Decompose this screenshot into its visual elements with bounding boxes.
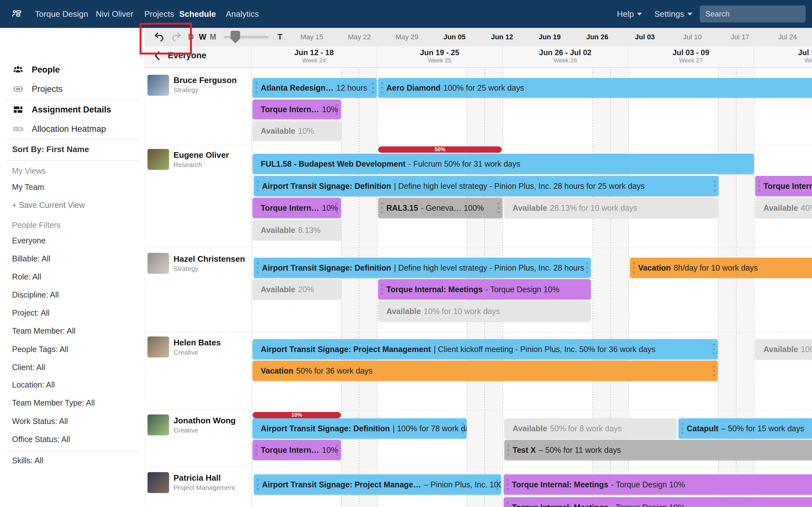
view-title: Everyone: [168, 51, 206, 60]
availability-bar[interactable]: Available50% for 8 work days: [504, 418, 676, 439]
task-bar[interactable]: Torque Internal: Meetings- Torque Design…: [504, 497, 812, 507]
today-button[interactable]: T: [277, 32, 282, 42]
nav-analytics[interactable]: Analytics: [226, 0, 259, 28]
nav-user[interactable]: Nivi Oliver: [96, 0, 133, 28]
drag-handle[interactable]: [255, 82, 258, 94]
task-bar[interactable]: Airport Transit Signage: Definition| Def…: [254, 176, 719, 196]
drag-handle[interactable]: [381, 284, 383, 295]
drag-handle[interactable]: [497, 203, 500, 214]
task-bar[interactable]: Aero Diamond100% for 25 work days: [378, 78, 812, 98]
drag-handle[interactable]: [633, 262, 635, 274]
drag-handle[interactable]: [381, 82, 383, 94]
nav-settings-menu[interactable]: Settings: [654, 0, 693, 28]
chevron-left-icon: [153, 51, 161, 60]
task-bar[interactable]: Torque Intern…10%: [252, 198, 341, 218]
filter-client[interactable]: Client: All: [12, 363, 45, 372]
zoom-month-button[interactable]: M: [210, 32, 216, 42]
my-team-link[interactable]: My Team: [12, 182, 44, 192]
task-bar[interactable]: Airport Transit Signage: Definition| Def…: [254, 258, 591, 278]
task-bar[interactable]: Torque Intern…10%: [755, 176, 812, 196]
drag-handle[interactable]: [507, 479, 509, 490]
availability-bar[interactable]: Available100%: [755, 339, 812, 359]
drag-handle[interactable]: [336, 203, 338, 214]
drag-handle[interactable]: [507, 502, 509, 507]
save-current-view-link[interactable]: + Save Current View: [12, 201, 85, 210]
week-header: Everyone Jun 12 - 18Week 24 Jun 19 - 25W…: [144, 46, 812, 68]
nav-brand[interactable]: Torque Design: [35, 0, 88, 28]
drag-handle[interactable]: [714, 181, 716, 192]
filter-role[interactable]: Role: All: [12, 272, 41, 281]
drag-handle[interactable]: [255, 445, 258, 456]
drag-handle[interactable]: [507, 445, 509, 456]
sidebar-item-projects[interactable]: Projects: [12, 83, 63, 95]
drag-handle[interactable]: [257, 262, 259, 274]
task-bar[interactable]: Torque Intern…10%: [252, 100, 341, 119]
availability-bar[interactable]: Available8.13%: [252, 220, 341, 240]
filter-discipline[interactable]: Discipline: All: [12, 290, 59, 299]
drag-handle[interactable]: [336, 445, 338, 456]
filter-office-status[interactable]: Office Status: All: [12, 435, 70, 444]
drag-handle[interactable]: [758, 181, 760, 192]
drag-handle[interactable]: [372, 82, 374, 94]
drag-handle[interactable]: [586, 262, 588, 274]
availability-bar[interactable]: Available28.13% for 10 work days: [504, 198, 718, 218]
availability-bar[interactable]: Available20%: [252, 279, 341, 299]
filter-team-member[interactable]: Team Member: All: [12, 326, 75, 336]
undo-button[interactable]: [153, 31, 166, 43]
redo-button[interactable]: [170, 31, 183, 43]
drag-handle[interactable]: [257, 181, 259, 192]
my-views-header: My Views: [12, 166, 46, 176]
availability-bar[interactable]: Available40%: [755, 198, 812, 218]
drag-handle[interactable]: [681, 423, 683, 434]
task-bar[interactable]: Airport Transit Signage: Project Manage……: [254, 474, 501, 495]
task-bar[interactable]: Airport Transit Signage: Definition| 100…: [252, 418, 467, 439]
drag-handle[interactable]: [496, 479, 498, 490]
drag-handle[interactable]: [461, 423, 464, 434]
availability-bar[interactable]: Available10% for 10 work days: [378, 301, 591, 321]
date-ruler-label: Jul 10: [683, 33, 702, 41]
availability-bar[interactable]: Available10%: [252, 121, 341, 141]
sidebar-item-people[interactable]: People: [12, 63, 60, 76]
filter-billable[interactable]: Billable: All: [12, 254, 50, 263]
filter-everyone[interactable]: Everyone: [12, 236, 46, 245]
time-off-bar[interactable]: Vacation8h/day for 10 work days: [630, 258, 812, 278]
sidebar-item-allocation-heatmap[interactable]: Allocation Heatmap: [12, 123, 106, 135]
app-logo-icon[interactable]: [11, 0, 23, 28]
time-off-bar[interactable]: Vacation50% for 36 work days: [252, 360, 718, 381]
drag-handle[interactable]: [257, 479, 259, 490]
nav-schedule[interactable]: Schedule: [179, 0, 216, 28]
zoom-day-button[interactable]: D: [188, 32, 194, 42]
zoom-week-button[interactable]: W: [199, 32, 206, 42]
nav-help-menu[interactable]: Help: [617, 0, 642, 28]
back-everyone-button[interactable]: Everyone: [153, 51, 206, 60]
zoom-slider-handle[interactable]: [231, 31, 240, 43]
task-bar[interactable]: Catapult– 50% for 15 work days: [678, 418, 812, 439]
task-bar[interactable]: Airport Transit Signage: Project Managem…: [252, 339, 718, 359]
task-bar[interactable]: Torque Internal: Meetings- Torque Design…: [504, 474, 812, 495]
task-bar[interactable]: FUL1.58 - Budapest Web Development- Fulc…: [252, 154, 754, 174]
zoom-slider-track[interactable]: [223, 36, 269, 38]
person-role: Strategy: [173, 265, 198, 273]
drag-handle[interactable]: [713, 365, 715, 377]
task-bar[interactable]: Torque Internal: Meetings- Torque Design…: [378, 279, 591, 299]
drag-handle[interactable]: [381, 203, 383, 214]
filter-team-member-type[interactable]: Team Member Type: All: [12, 398, 95, 407]
nav-projects[interactable]: Projects: [144, 0, 174, 28]
date-ruler-label: Jul 03: [635, 33, 655, 41]
sidebar-item-label: Projects: [32, 83, 63, 95]
sort-by-control[interactable]: Sort By: First Name: [12, 145, 89, 154]
sidebar-item-assignment-details[interactable]: Assignment Details: [12, 103, 111, 116]
search-input[interactable]: [700, 5, 806, 22]
filter-location[interactable]: Location: All: [12, 380, 55, 389]
filter-people-tags[interactable]: People Tags: All: [12, 345, 68, 354]
drag-handle[interactable]: [713, 344, 715, 355]
task-bar[interactable]: RAL3.15- Geneva… 100%: [378, 198, 502, 218]
filter-project[interactable]: Project: All: [12, 308, 49, 318]
filter-skills[interactable]: Skills: All: [12, 456, 44, 465]
chevron-down-icon: [637, 13, 642, 15]
filter-work-status[interactable]: Work Status: All: [12, 417, 68, 426]
task-bar[interactable]: Test X– 50% for 11 work days: [504, 440, 812, 460]
drag-handle[interactable]: [336, 104, 338, 115]
task-bar[interactable]: Torque Intern…10%: [252, 440, 341, 460]
task-bar[interactable]: Atlanta Redesign…12 hours: [252, 78, 377, 98]
